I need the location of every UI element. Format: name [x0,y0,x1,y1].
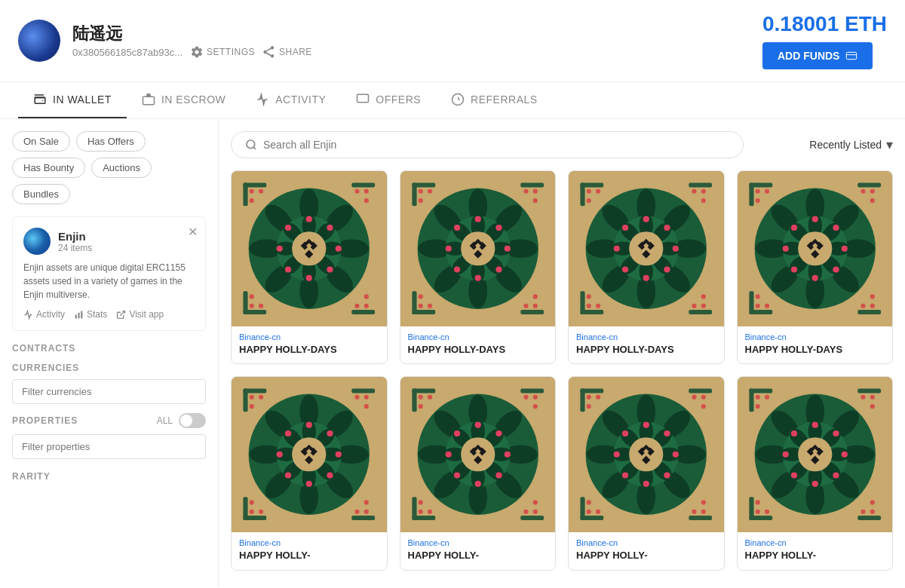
wallet-address: 0x380566185c87ab93c... [72,47,183,58]
filter-has-bounty[interactable]: Has Bounty [12,158,85,178]
svg-rect-70 [520,182,544,187]
svg-point-334 [587,404,591,409]
card-icon [845,50,857,62]
collection-activity-link[interactable]: Activity [23,309,65,320]
filter-bundles[interactable]: Bundles [12,184,70,204]
gear-icon [190,45,204,59]
svg-point-174 [764,189,768,194]
svg-point-60 [306,275,312,281]
currencies-filter-input[interactable] [12,379,206,404]
share-link[interactable]: SHARE [262,45,312,59]
card-item[interactable]: Binance-cn HAPPY HOLLY-DAYS [737,170,894,364]
card-image [569,377,724,532]
tab-referrals[interactable]: REFERRALS [436,82,553,118]
svg-point-294 [532,510,537,514]
tab-activity[interactable]: ACTIVITY [241,82,341,118]
tab-in-wallet[interactable]: IN WALLET [18,82,127,118]
card-item[interactable]: Binance-cn HAPPY HOLLY-DAYS [400,170,557,364]
svg-point-429 [841,452,847,458]
svg-rect-345 [689,516,712,520]
svg-point-111 [504,246,510,252]
settings-link[interactable]: SETTINGS [190,45,255,59]
collection-close-button[interactable]: ✕ [188,225,198,239]
sort-selector[interactable]: Recently Listed ▾ [809,136,893,153]
svg-rect-388 [857,389,881,394]
properties-toggle[interactable] [179,413,206,428]
svg-point-62 [277,246,283,252]
svg-point-397 [755,501,759,505]
filter-has-offers[interactable]: Has Offers [76,131,146,152]
rarity-section-label: RARITY [12,471,206,482]
svg-point-428 [833,430,839,436]
card-item[interactable]: Binance-cn HAPPY HOLLY- [400,376,557,570]
svg-point-63 [285,225,291,231]
card-item[interactable]: Binance-cn HAPPY HOLLY-DAYS [231,170,388,364]
contracts-section-label: CONTRACTS [12,343,206,354]
svg-point-73 [523,189,528,194]
svg-point-333 [596,395,600,400]
svg-point-178 [870,189,874,194]
tab-referrals-label: REFERRALS [471,93,538,106]
svg-point-162 [643,216,649,222]
chevron-down-icon: ▾ [886,136,893,153]
svg-point-127 [701,198,706,203]
search-input[interactable] [263,139,729,151]
card-source: Binance-cn [576,538,716,547]
svg-point-289 [418,510,422,514]
svg-line-10 [253,147,256,149]
svg-point-347 [701,510,706,514]
card-info: Binance-cn HAPPY HOLLY- [232,532,387,570]
card-item[interactable]: Binance-cn HAPPY HOLLY- [568,376,725,570]
svg-point-236 [250,510,254,514]
svg-point-273 [285,473,291,479]
filter-on-sale[interactable]: On Sale [12,131,70,152]
collection-stats-link[interactable]: Stats [74,309,107,320]
add-funds-button[interactable]: ADD FUNDS [762,42,873,69]
share-label: SHARE [279,47,312,57]
card-name: HAPPY HOLLY- [576,550,716,562]
svg-point-56 [306,216,312,222]
collection-visit-app-link[interactable]: Visit app [116,309,164,320]
add-funds-label: ADD FUNDS [778,50,839,62]
user-address-row: 0x380566185c87ab93c... SETTINGS SHARE [72,45,312,59]
svg-rect-292 [520,516,544,520]
referrals-icon [451,93,465,106]
tab-offers[interactable]: OFFERS [341,82,436,118]
svg-point-130 [587,304,591,308]
svg-point-164 [673,246,679,252]
card-info: Binance-cn HAPPY HOLLY-DAYS [738,326,893,364]
svg-point-386 [764,395,768,400]
svg-rect-278 [412,389,416,412]
properties-section-label: PROPERTIES [12,415,78,426]
card-item[interactable]: Binance-cn HAPPY HOLLY-DAYS [568,170,725,364]
svg-point-132 [587,294,591,299]
svg-rect-172 [749,182,753,206]
svg-rect-182 [749,291,753,314]
svg-point-427 [811,422,818,428]
svg-point-116 [453,225,459,231]
main-layout: On Sale Has Offers Has Bounty Auctions B… [0,119,905,586]
svg-rect-66 [412,182,416,206]
card-item[interactable]: Binance-cn HAPPY HOLLY- [231,376,388,570]
filter-auctions[interactable]: Auctions [91,158,152,178]
card-item[interactable]: Binance-cn HAPPY HOLLY- [737,376,894,570]
svg-point-179 [861,189,865,194]
tab-activity-label: ACTIVITY [275,93,326,106]
card-name: HAPPY HOLLY- [745,550,885,562]
tab-in-escrow[interactable]: IN ESCROW [127,82,241,118]
svg-rect-331 [580,389,584,412]
card-source: Binance-cn [239,332,379,341]
card-info: Binance-cn HAPPY HOLLY- [569,532,724,570]
svg-point-226 [250,395,254,400]
svg-point-268 [306,422,312,428]
properties-filter-input[interactable] [12,434,206,459]
svg-point-185 [755,294,759,299]
svg-point-136 [692,304,696,308]
svg-point-396 [764,510,768,514]
card-info: Binance-cn HAPPY HOLLY-DAYS [232,326,387,364]
svg-rect-13 [243,182,247,206]
svg-point-82 [532,304,537,308]
activity-small-icon [23,310,33,320]
svg-point-295 [523,510,528,514]
svg-point-344 [587,501,591,505]
